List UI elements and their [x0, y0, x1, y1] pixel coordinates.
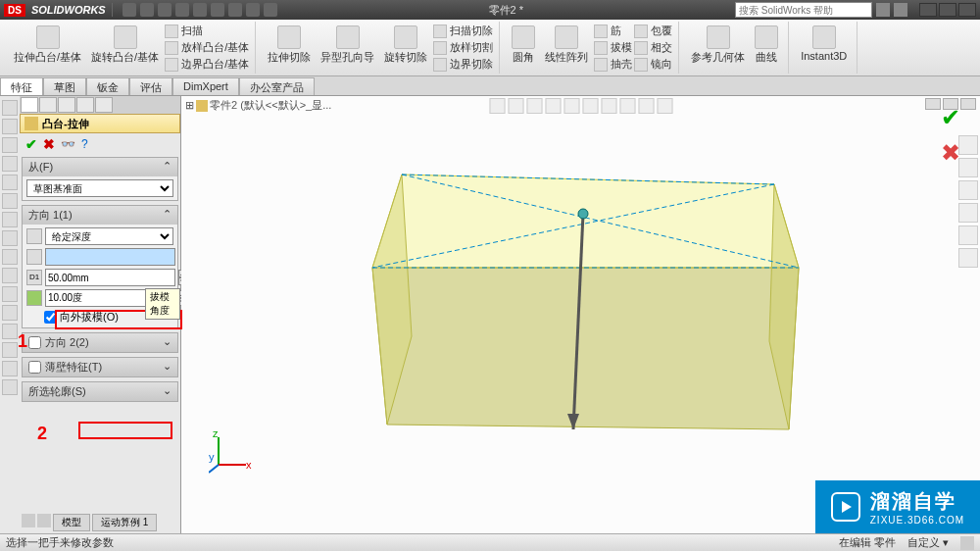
tab-dimxpert[interactable]: DimXpert [172, 77, 239, 95]
from-select[interactable]: 草图基准面 [26, 179, 173, 197]
tool-icon[interactable] [2, 249, 18, 265]
tab-office[interactable]: 办公室产品 [239, 77, 315, 95]
end-condition-select[interactable]: 给定深度 [45, 227, 173, 245]
revolve-cut-button[interactable]: 旋转切除 [380, 24, 431, 72]
shell-button[interactable]: 抽壳 [594, 57, 632, 72]
minimize-icon[interactable] [919, 3, 937, 17]
help-icon[interactable] [894, 3, 907, 17]
edit-appearance-icon[interactable] [619, 98, 635, 114]
section-thin-header[interactable]: 薄壁特征(T)⌄ [23, 358, 177, 376]
sweep-cut-button[interactable]: 扫描切除 [433, 24, 493, 38]
tab-nav-right-icon[interactable] [37, 514, 51, 527]
section-view-icon[interactable] [545, 98, 561, 114]
section-dir2-header[interactable]: 方向 2(2)⌄ [23, 333, 177, 352]
display-style-icon[interactable] [582, 98, 598, 114]
tool-icon[interactable] [2, 119, 18, 134]
pm-tab-feature-icon[interactable] [21, 97, 38, 113]
reverse-direction-icon[interactable] [26, 228, 42, 244]
undo-icon[interactable] [193, 3, 207, 17]
boundary-button[interactable]: 边界凸台/基体 [165, 57, 249, 72]
cancel-button[interactable]: ✖ [43, 136, 55, 152]
tab-sheetmetal[interactable]: 钣金 [86, 77, 129, 95]
draft-outward-checkbox[interactable] [44, 311, 57, 324]
apply-scene-icon[interactable] [638, 98, 654, 114]
draft-button[interactable]: 拔模 [594, 40, 632, 55]
section-from-header[interactable]: 从(F)⌃ [23, 158, 177, 176]
tool-icon[interactable] [2, 268, 18, 283]
extrude-cut-button[interactable]: 拉伸切除 [264, 24, 315, 72]
wrap-button[interactable]: 包覆 [634, 24, 672, 38]
direction-input[interactable] [45, 248, 175, 266]
instant3d-button[interactable]: Instant3D [797, 24, 851, 64]
tool-icon[interactable] [2, 342, 18, 358]
tab-sketch[interactable]: 草图 [43, 77, 86, 95]
status-icon[interactable] [960, 536, 974, 550]
pm-tab-icon[interactable] [76, 97, 94, 113]
tool-icon[interactable] [2, 324, 18, 339]
fillet-button[interactable]: 圆角 [508, 24, 539, 72]
status-custom-menu[interactable]: 自定义 ▾ [907, 535, 949, 550]
tab-model[interactable]: 模型 [53, 514, 90, 531]
ok-button[interactable]: ✔ [25, 136, 37, 152]
detailed-preview-button[interactable]: 👓 [61, 137, 75, 151]
view-triad[interactable]: z x y [209, 431, 252, 475]
zoom-fit-icon[interactable] [489, 98, 505, 114]
dir2-checkbox[interactable] [28, 335, 41, 350]
revolve-boss-button[interactable]: 旋转凸台/基体 [87, 24, 163, 72]
ref-geom-button[interactable]: 参考几何体 [687, 24, 749, 67]
tool-icon[interactable] [2, 212, 18, 227]
tool-icon[interactable] [2, 305, 18, 321]
close-icon[interactable] [958, 3, 976, 17]
section-contour-header[interactable]: 所选轮廓(S)⌄ [23, 382, 177, 401]
direction-vector-icon[interactable] [26, 249, 42, 265]
extrude-boss-button[interactable]: 拉伸凸台/基体 [10, 24, 85, 72]
pm-tab-icon[interactable] [58, 97, 75, 113]
view-orient-icon[interactable] [564, 98, 579, 114]
tool-icon[interactable] [2, 175, 18, 190]
print-icon[interactable] [175, 3, 189, 17]
redo-icon[interactable] [211, 3, 224, 17]
pattern-button[interactable]: 线性阵列 [541, 24, 592, 72]
open-icon[interactable] [140, 3, 154, 17]
hole-wizard-button[interactable]: 异型孔向导 [317, 24, 378, 72]
intersect-button[interactable]: 相交 [634, 40, 672, 55]
tool-icon[interactable] [2, 286, 18, 302]
save-icon[interactable] [158, 3, 172, 17]
pm-tab-icon[interactable] [39, 97, 57, 113]
view-settings-icon[interactable] [657, 98, 672, 114]
tool-icon[interactable] [2, 193, 18, 209]
draft-angle-icon[interactable] [26, 290, 42, 306]
graphics-viewport[interactable]: ⊞ 零件2 (默认<<默认>_显... ✔ ✖ [181, 96, 980, 533]
curves-button[interactable]: 曲线 [751, 24, 782, 67]
options-icon[interactable] [264, 3, 277, 17]
tool-icon[interactable] [2, 156, 18, 172]
loft-button[interactable]: 放样凸台/基体 [165, 40, 249, 55]
boundary-cut-button[interactable]: 边界切除 [433, 57, 493, 72]
tool-icon[interactable] [2, 137, 18, 153]
hide-show-icon[interactable] [601, 98, 616, 114]
search-icon[interactable] [876, 3, 890, 17]
tool-icon[interactable] [2, 379, 18, 395]
loft-cut-button[interactable]: 放样切割 [433, 40, 493, 55]
tab-motion[interactable]: 运动算例 1 [92, 514, 157, 531]
tab-features[interactable]: 特征 [0, 77, 43, 95]
tool-icon[interactable] [2, 361, 18, 376]
maximize-icon[interactable] [939, 3, 956, 17]
prev-view-icon[interactable] [526, 98, 542, 114]
tool-icon[interactable] [2, 230, 18, 246]
pm-tab-icon[interactable] [95, 97, 113, 113]
zoom-area-icon[interactable] [508, 98, 523, 114]
select-icon[interactable] [228, 3, 242, 17]
new-icon[interactable] [122, 3, 136, 17]
depth-input[interactable] [45, 269, 175, 286]
rebuild-icon[interactable] [246, 3, 260, 17]
sweep-button[interactable]: 扫描 [165, 24, 249, 38]
tab-nav-left-icon[interactable] [22, 514, 35, 527]
rib-button[interactable]: 筋 [594, 24, 632, 38]
help-button[interactable]: ? [81, 137, 88, 151]
tab-evaluate[interactable]: 评估 [129, 77, 172, 95]
mirror-button[interactable]: 镜向 [634, 57, 672, 72]
help-search-input[interactable] [735, 2, 872, 18]
tool-icon[interactable] [2, 100, 18, 116]
section-dir1-header[interactable]: 方向 1(1)⌃ [23, 206, 177, 225]
